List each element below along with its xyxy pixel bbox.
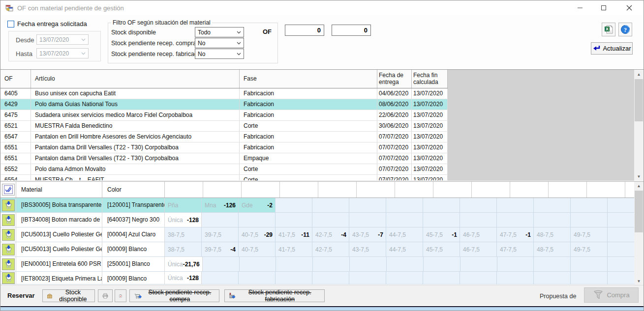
cell-of[interactable]: 6475	[0, 110, 31, 120]
cell-size[interactable]	[387, 257, 424, 271]
cell-color[interactable]: [640037] Negro 300	[102, 213, 165, 227]
cell-size[interactable]	[349, 213, 386, 227]
cell-size[interactable]	[349, 272, 386, 284]
materials-scroll-thumb[interactable]	[635, 191, 643, 232]
stock-pendiente-compra-button[interactable]: Stock pendiente recep. compra	[129, 289, 219, 302]
cell-size[interactable]	[312, 272, 349, 284]
col-header-of[interactable]: OF	[0, 70, 31, 88]
material-row[interactable]: [IEN00001] Entretela 600 PSR d...[250001…	[0, 257, 644, 272]
stock-disponible-select[interactable]: Todo	[195, 27, 244, 37]
col-header-fase[interactable]: Fase	[240, 70, 377, 88]
cell-size[interactable]: Mna-126	[202, 198, 239, 212]
cell-size[interactable]: 44-7,5	[386, 242, 423, 256]
cell-size[interactable]: 39-7,5-4	[202, 242, 239, 256]
cell-size[interactable]: Pña	[165, 198, 202, 212]
checklist-button[interactable]	[115, 289, 126, 302]
cell-fecha-entrega[interactable]: 08/06/2020	[377, 99, 412, 110]
cell-fase[interactable]: Corte	[240, 121, 377, 131]
select-all-button[interactable]	[2, 184, 15, 196]
cell-color[interactable]: [00009] Blanco	[102, 272, 165, 284]
cell-fase[interactable]: Corte	[240, 164, 377, 174]
cell-size[interactable]: 48-7,5	[534, 227, 571, 242]
col-header-color[interactable]: Color	[102, 182, 165, 198]
cell-fecha-entrega[interactable]: 22/06/2020	[377, 110, 412, 120]
cell-fecha-fin[interactable]: 13/07/2020	[412, 110, 448, 120]
cell-color[interactable]: [00009] Blanco	[102, 242, 165, 256]
cell-of[interactable]: 6551	[0, 153, 31, 164]
cell-size[interactable]: 40-7,5-29	[239, 227, 276, 242]
cell-size[interactable]	[239, 213, 276, 227]
cell-size[interactable]	[276, 213, 312, 227]
col-header-fecha-fin[interactable]: Fecha fin calculada	[412, 70, 448, 88]
scroll-down-icon[interactable]: ▼	[634, 172, 644, 181]
cell-fase[interactable]: Fabricacion	[240, 99, 377, 110]
cell-material[interactable]: [IET80023] Etiqueta Primera Lav...	[16, 272, 102, 284]
of-to-input[interactable]	[332, 25, 371, 36]
cell-size[interactable]: 40-7,5	[239, 242, 276, 256]
cell-size[interactable]	[571, 198, 608, 212]
cell-size[interactable]: 41-7,5	[276, 242, 312, 256]
cell-fase[interactable]: Fabricacion	[240, 132, 377, 142]
cell-fase[interactable]: Fabricacion	[240, 142, 377, 153]
compra-button[interactable]: Compra	[584, 287, 639, 303]
cell-size[interactable]	[534, 257, 571, 271]
cell-fecha-fin[interactable]: 13/07/2020	[412, 99, 448, 110]
cell-fecha-fin[interactable]: 13/07/2020	[412, 142, 448, 153]
cell-size[interactable]: 43-7,5-7	[349, 227, 386, 242]
cell-size[interactable]	[202, 213, 239, 227]
cell-size[interactable]: 49-7,5	[571, 242, 608, 256]
cell-size[interactable]	[276, 198, 312, 212]
cell-size[interactable]: 42-7,5-4	[312, 227, 349, 242]
cell-articulo[interactable]: Polo dama Admon Movalto	[31, 164, 240, 174]
cell-fecha-entrega[interactable]: 07/07/2020	[377, 153, 412, 164]
cell-color[interactable]: [250001] Blanco	[102, 257, 165, 271]
cell-articulo[interactable]: MUESTRA Falda Benedictino	[31, 121, 240, 131]
cell-color[interactable]: [120001] Transparente	[102, 198, 165, 212]
cell-material[interactable]: [ICU50013] Cuello Poliester Gene...	[16, 227, 102, 242]
scroll-up-icon[interactable]: ▲	[634, 70, 644, 79]
cell-fecha-fin[interactable]: 13/07/2020	[412, 153, 448, 164]
cell-size[interactable]	[497, 257, 534, 271]
cell-fase[interactable]: Fabricacion	[240, 110, 377, 120]
material-row[interactable]: [IBT34008] Boton marcado de 18L[640037] …	[0, 213, 644, 227]
maximize-button[interactable]	[592, 0, 615, 15]
cell-size[interactable]	[424, 257, 460, 271]
cell-size[interactable]: 46-7,5	[460, 242, 497, 256]
orders-scroll-thumb[interactable]	[635, 79, 643, 121]
cell-fecha-fin[interactable]: 13/07/2020	[412, 132, 448, 142]
cell-size[interactable]: 48-7,5	[534, 242, 571, 256]
cell-size[interactable]	[240, 257, 276, 271]
cell-size[interactable]	[460, 257, 497, 271]
checkbox-icon[interactable]	[7, 21, 14, 28]
stock-recep-fabricacion-select[interactable]: No	[195, 49, 244, 59]
material-row[interactable]: [ICU50013] Cuello Poliester Gene...[0000…	[0, 227, 644, 242]
reserve-material-button[interactable]	[2, 272, 15, 284]
cell-size[interactable]: 38-7,5	[165, 227, 202, 242]
cell-size[interactable]: 49-7,5	[571, 227, 608, 242]
cell-size[interactable]	[276, 272, 312, 284]
cell-size[interactable]: 41-7,5-11	[276, 227, 312, 242]
cell-size[interactable]	[349, 198, 386, 212]
cell-fase[interactable]: Empaque	[240, 153, 377, 164]
cell-articulo[interactable]: MUESTRA Ch... t... EAFIT	[31, 175, 240, 180]
cell-fase[interactable]: Corte	[240, 175, 377, 180]
cell-size[interactable]	[239, 272, 276, 284]
cell-articulo[interactable]: Sudadera unisex servicios medico Marco F…	[31, 110, 240, 120]
cell-fecha-entrega[interactable]: 07/07/2020	[377, 164, 412, 174]
actualizar-button[interactable]: Actualizar	[591, 42, 633, 55]
material-row[interactable]: [ICU50013] Cuello Poliester Gene...[0000…	[0, 242, 644, 257]
cell-size[interactable]: 47-7,5	[497, 242, 534, 256]
cell-fecha-fin[interactable]: 13/07/2020	[412, 88, 448, 99]
cell-color[interactable]: [00004] Azul Claro	[102, 227, 165, 242]
cell-fecha-fin[interactable]: 13/07/2020	[412, 175, 448, 180]
cell-size[interactable]: 46-7,5	[460, 227, 497, 242]
cell-size[interactable]	[312, 213, 349, 227]
cell-fecha-entrega[interactable]: 07/07/2020	[377, 132, 412, 142]
cell-fecha-entrega[interactable]: 07/07/2020	[377, 175, 412, 180]
fecha-entrega-checkbox[interactable]: Fecha entrega solicitada	[7, 20, 87, 28]
cell-articulo[interactable]: Pantalon dama Drill Versalles (T22 - T30…	[31, 142, 240, 153]
cell-material[interactable]: [ICU50013] Cuello Poliester Gene...	[16, 242, 102, 256]
stock-recep-compra-select[interactable]: No	[195, 38, 244, 48]
cell-articulo[interactable]: Pantalon en Drill Hombre Asesores de Ser…	[31, 132, 240, 142]
cell-size[interactable]	[497, 213, 534, 227]
